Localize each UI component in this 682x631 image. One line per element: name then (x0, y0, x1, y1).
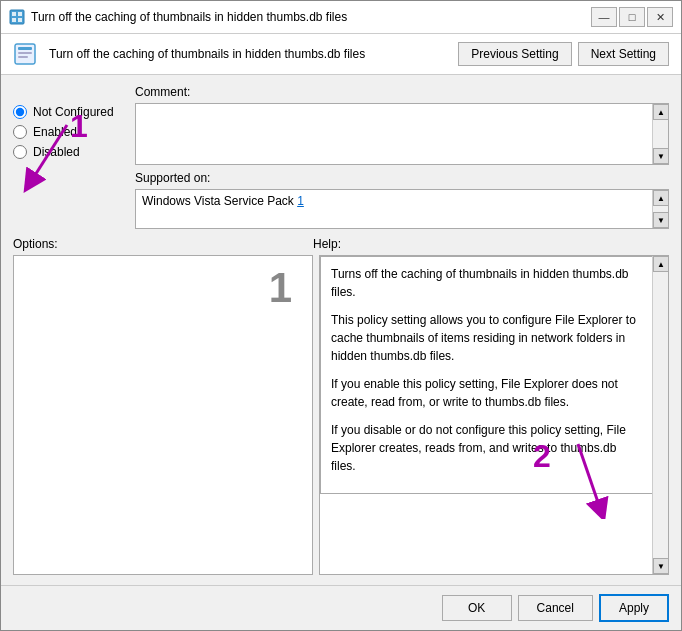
disabled-option[interactable]: Disabled (13, 145, 123, 159)
help-section-label: Help: (313, 237, 341, 251)
scroll-track (653, 120, 668, 148)
top-section: Not Configured Enabled Disabled Comment: (13, 85, 669, 229)
content-area: Not Configured Enabled Disabled Comment: (1, 75, 681, 585)
bottom-bar: OK Cancel Apply (1, 585, 681, 630)
minimize-button[interactable]: — (591, 7, 617, 27)
supported-content: Windows Vista Service Pack 1 (136, 190, 652, 228)
options-section-label: Options: (13, 237, 313, 251)
apply-button[interactable]: Apply (599, 594, 669, 622)
comment-box: ▲ ▼ (135, 103, 669, 165)
supported-label: Supported on: (135, 171, 669, 185)
help-p3: If you enable this policy setting, File … (331, 375, 643, 411)
policy-icon (13, 42, 37, 66)
supported-scrollbar: ▲ ▼ (652, 190, 668, 228)
enabled-radio[interactable] (13, 125, 27, 139)
right-fields: Comment: ▲ ▼ Supported on: (135, 85, 669, 229)
options-panel: 1 (13, 255, 313, 575)
enabled-option[interactable]: Enabled (13, 125, 123, 139)
svg-rect-6 (18, 47, 32, 50)
help-scrollbar: ▲ ▼ (652, 256, 668, 574)
supported-box: Windows Vista Service Pack 1 ▲ ▼ (135, 189, 669, 229)
close-button[interactable]: ✕ (647, 7, 673, 27)
supported-scroll-down[interactable]: ▼ (653, 212, 669, 228)
svg-rect-1 (12, 12, 16, 16)
help-track (653, 272, 668, 558)
svg-rect-4 (18, 18, 22, 22)
disabled-label: Disabled (33, 145, 80, 159)
window-controls: — □ ✕ (591, 7, 673, 27)
not-configured-radio[interactable] (13, 105, 27, 119)
help-scroll-up[interactable]: ▲ (653, 256, 669, 272)
options-number-badge: 1 (269, 264, 292, 312)
middle-labels: Options: Help: (13, 237, 669, 251)
svg-rect-8 (18, 56, 28, 58)
comment-scroll-up[interactable]: ▲ (653, 104, 669, 120)
help-panel-wrapper: Turns off the caching of thumbnails in h… (319, 255, 669, 575)
comment-scrollbar: ▲ ▼ (652, 104, 668, 164)
window-title: Turn off the caching of thumbnails in hi… (31, 10, 585, 24)
radio-group: Not Configured Enabled Disabled (13, 85, 123, 229)
help-panel: Turns off the caching of thumbnails in h… (320, 256, 668, 494)
svg-rect-3 (12, 18, 16, 22)
window-icon (9, 9, 25, 25)
comment-textarea[interactable] (136, 104, 652, 164)
not-configured-option[interactable]: Not Configured (13, 105, 123, 119)
bottom-panels: 1 Turns off the caching of thumbnails in… (13, 255, 669, 575)
comment-field: Comment: ▲ ▼ (135, 85, 669, 165)
comment-scroll-down[interactable]: ▼ (653, 148, 669, 164)
help-p2: This policy setting allows you to config… (331, 311, 643, 365)
help-p4: If you disable or do not configure this … (331, 421, 643, 475)
ok-button[interactable]: OK (442, 595, 512, 621)
supported-field: Supported on: Windows Vista Service Pack… (135, 171, 669, 229)
disabled-radio[interactable] (13, 145, 27, 159)
maximize-button[interactable]: □ (619, 7, 645, 27)
cancel-button[interactable]: Cancel (518, 595, 593, 621)
main-window: Turn off the caching of thumbnails in hi… (0, 0, 682, 631)
help-p1: Turns off the caching of thumbnails in h… (331, 265, 643, 301)
supported-text: Windows Vista Service Pack (142, 194, 297, 208)
header-bar: Turn off the caching of thumbnails in hi… (1, 34, 681, 75)
svg-rect-7 (18, 52, 32, 54)
help-scroll-down[interactable]: ▼ (653, 558, 669, 574)
enabled-label: Enabled (33, 125, 77, 139)
supported-scroll-up[interactable]: ▲ (653, 190, 669, 206)
not-configured-label: Not Configured (33, 105, 114, 119)
comment-label: Comment: (135, 85, 669, 99)
svg-rect-2 (18, 12, 22, 16)
header-buttons: Previous Setting Next Setting (458, 42, 669, 66)
title-bar: Turn off the caching of thumbnails in hi… (1, 1, 681, 34)
previous-setting-button[interactable]: Previous Setting (458, 42, 571, 66)
next-setting-button[interactable]: Next Setting (578, 42, 669, 66)
supported-link[interactable]: 1 (297, 194, 304, 208)
header-title: Turn off the caching of thumbnails in hi… (49, 47, 446, 61)
